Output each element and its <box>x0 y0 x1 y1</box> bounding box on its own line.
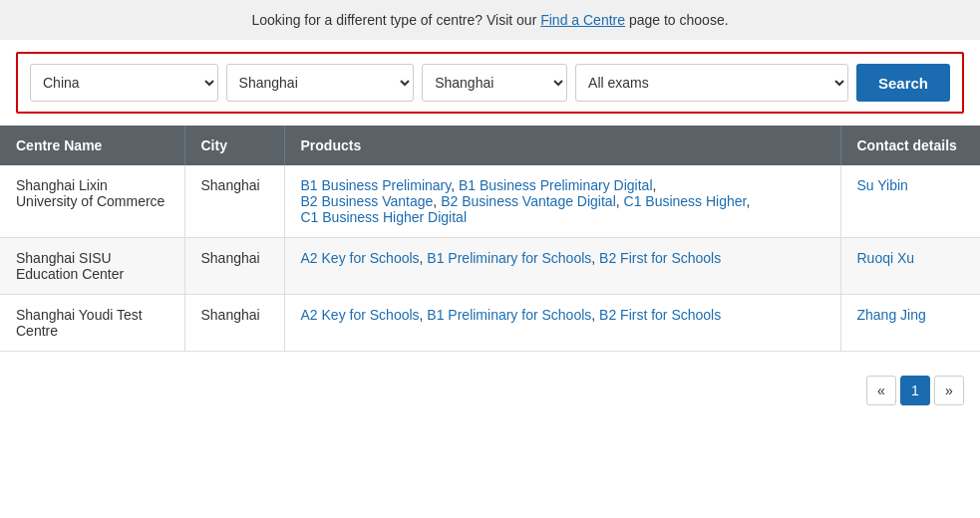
cell-centre-name: Shanghai SISU Education Center <box>0 238 184 295</box>
cell-city: Shanghai <box>184 238 284 295</box>
table-header-row: Centre Name City Products Contact detail… <box>0 126 980 165</box>
region-select[interactable]: Shanghai <box>226 64 415 102</box>
product-link[interactable]: B1 Business Preliminary Digital <box>459 177 653 193</box>
product-link[interactable]: A2 Key for Schools <box>301 307 420 323</box>
product-link[interactable]: C1 Business Higher Digital <box>301 209 468 225</box>
product-link[interactable]: C1 Business Higher <box>624 193 747 209</box>
table-row: Shanghai SISU Education CenterShanghaiA2… <box>0 238 980 295</box>
contact-link[interactable]: Ruoqi Xu <box>857 250 915 266</box>
next-page-button[interactable]: » <box>934 376 964 405</box>
cell-contact: Su Yibin <box>840 165 980 238</box>
cell-products: A2 Key for Schools, B1 Preliminary for S… <box>284 295 840 352</box>
product-link[interactable]: B1 Preliminary for Schools <box>427 250 591 266</box>
cell-centre-name: Shanghai Youdi Test Centre <box>0 295 184 352</box>
prev-page-button[interactable]: « <box>866 376 896 405</box>
table-row: Shanghai Lixin University of CommerceSha… <box>0 165 980 238</box>
cell-products: A2 Key for Schools, B1 Preliminary for S… <box>284 238 840 295</box>
info-banner: Looking for a different type of centre? … <box>0 0 980 40</box>
find-centre-link[interactable]: Find a Centre <box>540 12 625 28</box>
product-link[interactable]: B1 Business Preliminary <box>301 177 452 193</box>
product-link[interactable]: B2 First for Schools <box>599 250 721 266</box>
banner-text-after: page to choose. <box>629 12 729 28</box>
cell-contact: Zhang Jing <box>840 295 980 352</box>
header-city: City <box>184 126 284 165</box>
cell-city: Shanghai <box>184 165 284 238</box>
contact-link[interactable]: Zhang Jing <box>857 307 926 323</box>
page-1-button[interactable]: 1 <box>900 376 930 405</box>
cell-centre-name: Shanghai Lixin University of Commerce <box>0 165 184 238</box>
city-select[interactable]: Shanghai <box>422 64 567 102</box>
product-link[interactable]: B2 Business Vantage <box>301 193 434 209</box>
search-button[interactable]: Search <box>856 64 950 102</box>
banner-text: Looking for a different type of centre? … <box>251 12 540 28</box>
pagination: « 1 » <box>0 368 980 421</box>
cell-contact: Ruoqi Xu <box>840 238 980 295</box>
header-products: Products <box>284 126 840 165</box>
product-link[interactable]: B1 Preliminary for Schools <box>427 307 591 323</box>
product-link[interactable]: A2 Key for Schools <box>301 250 420 266</box>
search-bar: China Shanghai Shanghai All exams Search <box>16 52 964 114</box>
cell-products: B1 Business Preliminary, B1 Business Pre… <box>284 165 840 238</box>
header-contact: Contact details <box>840 126 980 165</box>
cell-city: Shanghai <box>184 295 284 352</box>
contact-link[interactable]: Su Yibin <box>857 177 908 193</box>
product-link[interactable]: B2 Business Vantage Digital <box>441 193 616 209</box>
country-select[interactable]: China <box>30 64 218 102</box>
header-centre-name: Centre Name <box>0 126 184 165</box>
table-row: Shanghai Youdi Test CentreShanghaiA2 Key… <box>0 295 980 352</box>
exam-select[interactable]: All exams <box>575 64 848 102</box>
product-link[interactable]: B2 First for Schools <box>599 307 721 323</box>
results-table: Centre Name City Products Contact detail… <box>0 126 980 352</box>
